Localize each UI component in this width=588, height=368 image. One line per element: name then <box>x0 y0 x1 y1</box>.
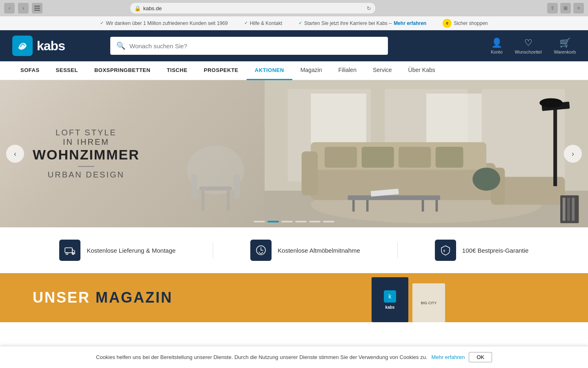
hero-carousel: LOFT STYLE IN IHREM WOHNZIMMER URBAN DES… <box>0 80 588 227</box>
nav-item-prospekte[interactable]: PROSPEKTE <box>196 61 247 80</box>
svg-rect-24 <box>399 147 431 168</box>
svg-rect-5 <box>201 191 205 211</box>
guarantee-text: 100€ Bestpreis-Garantie <box>462 247 529 254</box>
svg-point-26 <box>472 168 500 191</box>
svg-rect-23 <box>362 147 394 168</box>
svg-text:€: € <box>443 249 445 253</box>
address-bar[interactable]: 🔒 kabs.de ↻ <box>130 3 375 13</box>
svg-rect-29 <box>436 200 438 211</box>
carousel-next-button[interactable]: › <box>564 145 582 163</box>
carousel-dot-6[interactable] <box>323 221 334 222</box>
carousel-dot-2[interactable] <box>267 221 279 222</box>
svg-rect-22 <box>325 147 357 168</box>
account-icon: 👤 <box>491 38 502 48</box>
account-button[interactable]: 👤 Konto <box>491 38 503 54</box>
wishlist-button[interactable]: ♡ Wunschzettel <box>515 38 542 54</box>
nav-item-ueber-kabs[interactable]: Über Kabs <box>400 61 443 80</box>
delivery-text: Kostenlose Lieferung & Montage <box>87 247 176 254</box>
main-nav: SOFAS SESSEL BOXSPRINGBETTEN TISCHE PROS… <box>0 61 588 80</box>
url-text: kabs.de <box>143 5 162 11</box>
svg-rect-7 <box>191 174 197 199</box>
hero-left-panel: LOFT STYLE IN IHREM WOHNZIMMER URBAN DES… <box>0 80 265 227</box>
check-icon-3: ✓ <box>298 20 302 26</box>
svg-rect-2 <box>34 10 40 11</box>
expand-button[interactable]: ⊞ <box>560 3 571 13</box>
search-input[interactable] <box>129 43 382 49</box>
trusted-text: Sicher shoppen <box>454 20 488 26</box>
svg-rect-27 <box>348 195 440 200</box>
cart-icon: 🛒 <box>559 38 570 48</box>
pickup-icon <box>250 240 272 261</box>
heart-icon: ♡ <box>524 38 532 48</box>
svg-rect-1 <box>34 8 40 9</box>
svg-rect-28 <box>352 200 355 211</box>
forward-button[interactable]: › <box>18 3 29 13</box>
carousel-dot-4[interactable] <box>295 221 307 222</box>
feature-pickup: Kostenlose Altmöbelmitnahme <box>250 240 360 261</box>
search-bar[interactable]: 🔍 <box>110 37 388 55</box>
carousel-prev-button[interactable]: ‹ <box>6 145 24 163</box>
feature-guarantee: € 100€ Bestpreis-Garantie <box>435 240 529 261</box>
info-text-1: Wir danken über 1 Million zufriedenen Ku… <box>106 20 227 26</box>
info-item-2[interactable]: ✓ Hilfe & Kontakt <box>244 20 282 26</box>
svg-rect-37 <box>563 197 566 221</box>
cart-label: Warenkorb <box>554 49 576 54</box>
search-icon: 🔍 <box>116 41 125 50</box>
magazine-text-white: UNSER <box>33 289 90 306</box>
magazine-heading: UNSER MAGAZIN <box>33 289 173 306</box>
check-icon-1: ✓ <box>100 20 104 26</box>
trusted-icon: e <box>443 19 452 28</box>
nav-item-boxspringbetten[interactable]: BOXSPRINGBETTEN <box>86 61 159 80</box>
carousel-dot-1[interactable] <box>254 221 265 222</box>
svg-rect-25 <box>436 147 463 168</box>
back-button[interactable]: ‹ <box>4 3 15 13</box>
nav-item-tische[interactable]: TISCHE <box>158 61 196 80</box>
nav-item-sofas[interactable]: SOFAS <box>12 61 48 80</box>
cart-button[interactable]: 🛒 Warenkorb <box>554 38 576 54</box>
magazine-cover-1: k kabs <box>372 277 408 322</box>
logo-icon <box>12 36 33 56</box>
career-link[interactable]: Mehr erfahren <box>394 20 426 26</box>
site-header: kabs 🔍 👤 Konto ♡ Wunschzettel 🛒 Warenkor… <box>0 30 588 61</box>
svg-rect-6 <box>227 191 230 211</box>
svg-rect-8 <box>234 174 240 199</box>
share-button[interactable]: ⇧ <box>547 3 558 13</box>
lock-icon: 🔒 <box>134 5 141 11</box>
info-text-2: Hilfe & Kontakt <box>250 20 282 26</box>
wishlist-label: Wunschzettel <box>515 49 542 54</box>
svg-rect-30 <box>366 200 369 211</box>
magazine-mockup: k kabs BIG CITY <box>372 277 445 322</box>
feature-divider-2 <box>397 242 398 258</box>
new-tab-button[interactable]: + <box>573 3 584 13</box>
hero-text-line1: LOFT STYLE <box>33 128 140 137</box>
nav-item-aktionen[interactable]: AKTIONEN <box>247 61 292 80</box>
feature-divider-1 <box>213 242 213 258</box>
features-bar: Kostenlose Lieferung & Montage Kostenlos… <box>0 227 588 273</box>
account-label: Konto <box>491 49 503 54</box>
sidebar-button[interactable] <box>32 3 42 13</box>
nav-item-sessel[interactable]: SESSEL <box>48 61 86 80</box>
browser-chrome: ‹ › 🔒 kabs.de ↻ ⇧ ⊞ + <box>0 0 588 16</box>
hero-right-panel <box>265 80 588 227</box>
svg-rect-19 <box>302 151 318 195</box>
logo-area[interactable]: kabs <box>12 36 102 56</box>
svg-rect-40 <box>65 248 72 253</box>
info-bar: ✓ Wir danken über 1 Million zufriedenen … <box>0 16 588 30</box>
nav-item-filialen[interactable]: Filialen <box>330 61 365 80</box>
nav-item-magazin[interactable]: Magazin <box>292 61 330 80</box>
pickup-text: Kostenlose Altmöbelmitnahme <box>278 247 360 254</box>
nav-items: SOFAS SESSEL BOXSPRINGBETTEN TISCHE PROS… <box>12 61 443 80</box>
magazine-section[interactable]: UNSER MAGAZIN k kabs BIG CITY <box>0 273 588 322</box>
carousel-dot-5[interactable] <box>309 221 321 222</box>
svg-rect-39 <box>572 197 575 221</box>
refresh-icon[interactable]: ↻ <box>367 5 371 11</box>
svg-rect-33 <box>553 108 557 186</box>
svg-rect-31 <box>422 200 424 211</box>
nav-item-service[interactable]: Service <box>365 61 400 80</box>
check-icon-2: ✓ <box>244 20 248 26</box>
carousel-dot-3[interactable] <box>281 221 293 222</box>
trusted-badge: e Sicher shoppen <box>443 19 488 28</box>
hero-slide: LOFT STYLE IN IHREM WOHNZIMMER URBAN DES… <box>0 80 588 227</box>
hero-text-block: LOFT STYLE IN IHREM WOHNZIMMER URBAN DES… <box>33 128 140 180</box>
hero-text-line3: WOHNZIMMER <box>33 147 140 163</box>
